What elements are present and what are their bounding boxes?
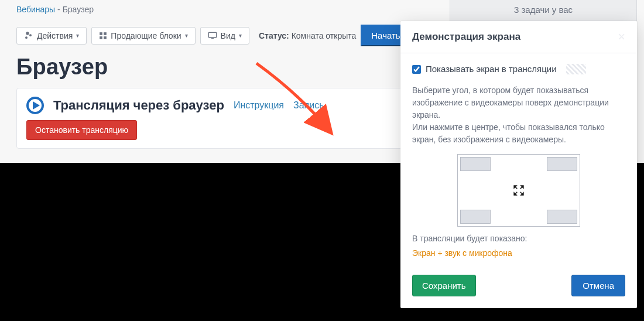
status-label: Статус: bbox=[259, 31, 289, 40]
svg-rect-0 bbox=[100, 32, 103, 35]
fullscreen-icon[interactable] bbox=[511, 183, 526, 198]
view-dropdown[interactable]: Вид ▾ bbox=[200, 27, 249, 45]
room-status: Статус: Комната открыта bbox=[259, 31, 356, 40]
caret-down-icon: ▾ bbox=[185, 32, 188, 39]
hatch-indicator bbox=[566, 64, 586, 74]
page-root: 3 задачи у вас Вебинары - Браузер Действ… bbox=[0, 0, 644, 321]
caret-down-icon: ▾ bbox=[76, 32, 79, 39]
view-label: Вид bbox=[221, 31, 235, 40]
breadcrumb-sep: - bbox=[57, 5, 63, 14]
screen-share-modal: Демонстрация экрана × Показывать экран в… bbox=[400, 21, 637, 308]
modal-desc-1: Выберите угол, в котором будет показыват… bbox=[412, 84, 625, 121]
actions-label: Действия bbox=[37, 31, 73, 40]
caret-down-icon: ▾ bbox=[239, 32, 242, 39]
instruction-link[interactable]: Инструкция bbox=[234, 100, 284, 111]
breadcrumb-current: Браузер bbox=[63, 5, 94, 14]
corner-bottom-right[interactable] bbox=[547, 210, 577, 224]
modal-desc-2: Или нажмите в центре, чтобы показывался … bbox=[412, 121, 625, 146]
svg-rect-5 bbox=[211, 37, 214, 38]
svg-rect-2 bbox=[100, 36, 103, 39]
show-screen-checkbox-label[interactable]: Показывать экран в трансляции bbox=[412, 63, 625, 76]
tasks-summary: 3 задачи у вас bbox=[450, 0, 637, 21]
stop-stream-button[interactable]: Остановить трансляцию bbox=[26, 120, 137, 140]
close-icon[interactable]: × bbox=[618, 30, 625, 43]
save-button[interactable]: Сохранить bbox=[412, 275, 476, 296]
camera-position-picker bbox=[457, 154, 580, 227]
shown-label: В трансляции будет показано: bbox=[412, 233, 625, 245]
selling-blocks-dropdown[interactable]: Продающие блоки ▾ bbox=[91, 27, 195, 45]
cancel-button[interactable]: Отмена bbox=[571, 275, 625, 296]
tasks-line: 3 задачи у вас bbox=[450, 5, 636, 15]
modal-header: Демонстрация экрана × bbox=[400, 21, 637, 53]
play-icon bbox=[26, 97, 44, 114]
modal-body: Показывать экран в трансляции Выберите у… bbox=[400, 53, 637, 264]
modal-title: Демонстрация экрана bbox=[412, 31, 520, 43]
corner-top-left[interactable] bbox=[460, 157, 491, 171]
svg-rect-4 bbox=[208, 32, 216, 37]
checkbox-text: Показывать экран в трансляции bbox=[426, 63, 557, 76]
svg-rect-1 bbox=[104, 32, 107, 35]
gears-icon bbox=[24, 31, 33, 40]
corner-bottom-left[interactable] bbox=[460, 210, 491, 224]
status-value: Комната открыта bbox=[292, 31, 357, 40]
record-link[interactable]: Запись bbox=[293, 100, 324, 111]
stream-title: Трансляция через браузер bbox=[53, 98, 224, 113]
modal-footer: Сохранить Отмена bbox=[400, 264, 637, 308]
shown-value: Экран + звук с микрофона bbox=[412, 247, 625, 259]
svg-rect-3 bbox=[104, 36, 107, 39]
breadcrumb-parent-link[interactable]: Вебинары bbox=[16, 5, 55, 14]
grid-icon bbox=[99, 32, 107, 40]
corner-top-right[interactable] bbox=[547, 157, 577, 171]
actions-dropdown[interactable]: Действия ▾ bbox=[16, 27, 87, 45]
show-screen-checkbox[interactable] bbox=[412, 65, 421, 74]
blocks-label: Продающие блоки bbox=[111, 31, 181, 40]
monitor-icon bbox=[208, 32, 217, 40]
